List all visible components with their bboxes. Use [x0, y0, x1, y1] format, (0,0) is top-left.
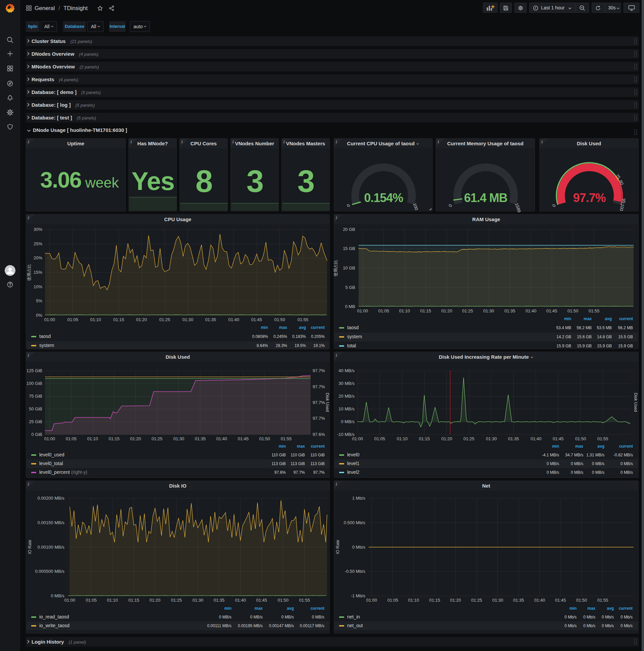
svg-text:IO Rate: IO Rate	[335, 539, 340, 554]
svg-text:Disk Used: Disk Used	[325, 393, 330, 412]
svg-text:使用占比: 使用占比	[333, 260, 338, 277]
svg-text:IO Rate: IO Rate	[28, 539, 32, 554]
svg-text:Disk Used: Disk Used	[633, 393, 638, 412]
svg-text:使用占比: 使用占比	[27, 264, 32, 281]
